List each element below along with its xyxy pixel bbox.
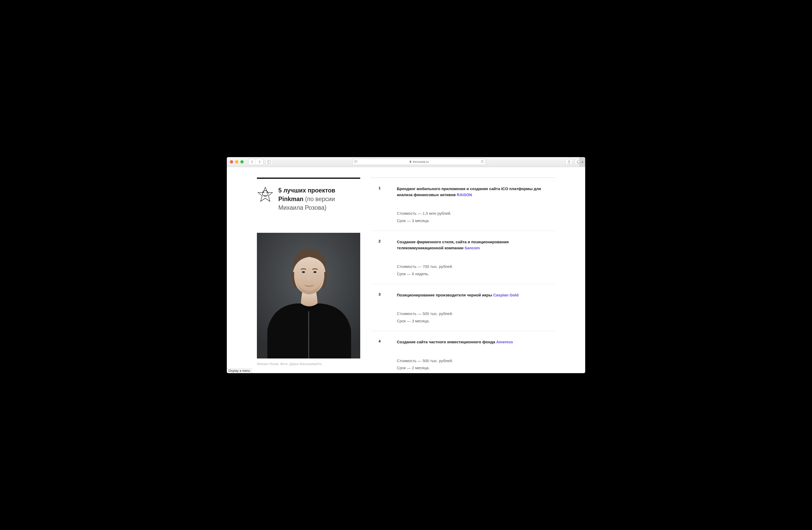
project-body: Создание сайта частного инвестиционного … — [397, 339, 555, 372]
left-column: 5 лучших проектов Pinkman (по версии Мих… — [257, 178, 360, 373]
project-brand-link[interactable]: Amereus — [496, 340, 513, 344]
project-cost: Стоимость — 500 тыс. рублей. — [397, 310, 555, 317]
svg-point-14 — [302, 271, 305, 273]
project-body: Создание фирменного стиля, сайта и позиц… — [397, 239, 555, 278]
project-body: Позиционирование производителя черной ик… — [397, 292, 555, 325]
project-item: 3Позиционирование производителя черной и… — [371, 284, 555, 331]
article-title: 5 лучших проектов Pinkman (по версии Мих… — [278, 186, 360, 212]
project-brand-link[interactable]: Caspian Gold — [493, 293, 519, 297]
photo-caption: Михаил Розов. Фото: Дарья Малышева/Inc. — [257, 362, 360, 366]
project-term: Срок — 2 месяца. — [397, 364, 555, 372]
project-meta: Стоимость — 500 тыс. рублей.Срок — 3 мес… — [397, 310, 555, 325]
project-cost: Стоимость — 500 тыс. рублей. — [397, 357, 555, 364]
divider-thick — [257, 178, 360, 179]
titlebar: incrussia.ru + — [227, 157, 585, 167]
author-photo — [257, 233, 360, 359]
project-title: Создание фирменного стиля, сайта и позиц… — [397, 239, 555, 251]
svg-rect-0 — [267, 161, 271, 163]
minimize-window-button[interactable] — [235, 160, 238, 163]
reader-icon[interactable] — [354, 160, 357, 164]
project-number: 1 — [371, 186, 381, 224]
project-term: Срок — 3 месяца. — [397, 217, 555, 224]
project-meta: Стоимость — 500 тыс. рублей.Срок — 2 мес… — [397, 357, 555, 372]
svg-rect-6 — [410, 161, 411, 163]
project-desc: Создание фирменного стиля, сайта и позиц… — [397, 240, 509, 250]
project-term: Срок — 6 недель. — [397, 270, 555, 278]
project-meta: Стоимость — 700 тыс. рублей.Срок — 6 нед… — [397, 263, 555, 278]
address-bar[interactable]: incrussia.ru — [352, 159, 486, 165]
project-number: 4 — [371, 339, 381, 372]
forward-button[interactable] — [256, 159, 263, 165]
new-tab-button[interactable]: + — [579, 157, 585, 167]
nav-buttons — [248, 159, 263, 165]
sidebar-button[interactable] — [265, 159, 273, 165]
project-term: Срок — 3 месяца. — [397, 317, 555, 325]
project-item: 1Брендинг мобильного приложения и создан… — [371, 178, 555, 231]
project-brand-link[interactable]: Sancom — [465, 246, 480, 250]
project-brand-link[interactable]: RAISON — [457, 193, 472, 197]
project-cost: Стоимость — 700 тыс. рублей. — [397, 263, 555, 270]
project-desc: Позиционирование производителя черной ик… — [397, 293, 493, 297]
right-column: 1Брендинг мобильного приложения и создан… — [371, 178, 555, 373]
project-number: 3 — [371, 292, 381, 325]
project-title: Создание сайта частного инвестиционного … — [397, 339, 555, 345]
project-title: Брендинг мобильного приложения и создани… — [397, 186, 555, 198]
project-cost: Стоимость — 1,5 млн рублей. — [397, 210, 555, 217]
page-content: 5 лучших проектов Pinkman (по версии Мих… — [227, 167, 585, 373]
zoom-window-button[interactable] — [241, 160, 244, 163]
svg-point-15 — [314, 271, 317, 273]
project-item: 4Создание сайта частного инвестиционного… — [371, 331, 555, 373]
project-title: Позиционирование производителя черной ик… — [397, 292, 555, 298]
project-body: Брендинг мобильного приложения и создани… — [397, 186, 555, 224]
window-controls — [230, 160, 244, 163]
project-meta: Стоимость — 1,5 млн рублей.Срок — 3 меся… — [397, 210, 555, 224]
url-text: incrussia.ru — [413, 160, 429, 164]
close-window-button[interactable] — [230, 160, 233, 163]
status-bar: Display a menu — [227, 368, 252, 373]
reload-icon[interactable] — [481, 160, 484, 164]
project-desc: Создание сайта частного инвестиционного … — [397, 340, 496, 344]
back-button[interactable] — [248, 159, 256, 165]
project-item: 2Создание фирменного стиля, сайта и пози… — [371, 231, 555, 284]
browser-window: incrussia.ru + — [227, 157, 585, 373]
star-person-icon — [257, 186, 274, 204]
lock-icon — [409, 160, 411, 163]
project-number: 2 — [371, 239, 381, 278]
share-button[interactable] — [565, 159, 572, 165]
